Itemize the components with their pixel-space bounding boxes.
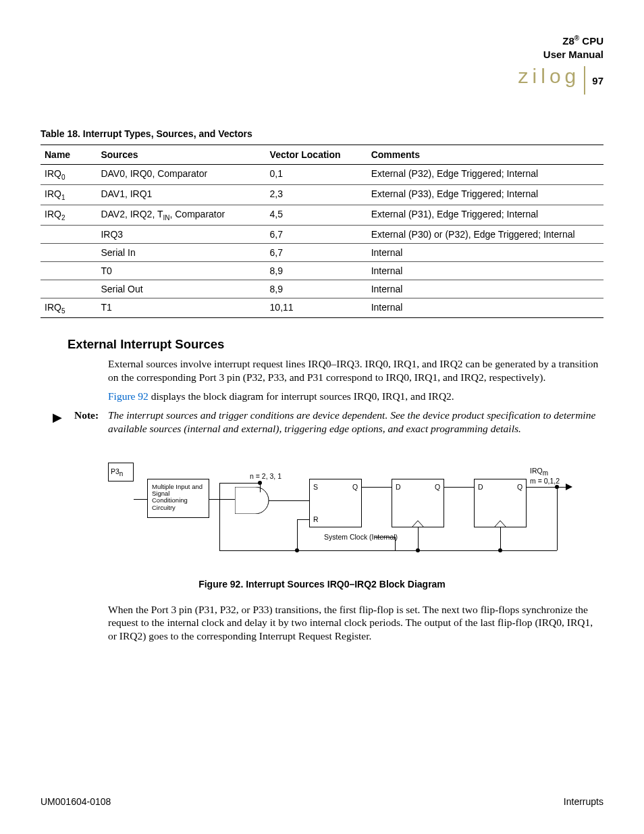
clock-input-icon [494,521,506,527]
title-line2: User Manual [543,49,603,60]
cell: Serial In [97,243,265,261]
col-sources: Sources [97,145,265,165]
n-label: n = 2, 3, 1 [250,472,281,480]
wire [557,487,558,550]
cell-sub: 5 [61,307,65,314]
wire [297,519,309,520]
wire [219,483,260,484]
wire [375,537,395,538]
clock-input-icon [412,521,424,527]
node-dot [416,548,420,552]
note-body: The interrupt sources and trigger condit… [108,409,603,436]
d-label: D [478,483,483,491]
q-label: Q [352,483,358,491]
cell: 8,9 [266,280,367,298]
cell: 10,11 [266,298,367,318]
cell: Internal [367,298,603,318]
cell: DAV2, IRQ2, TIN, Comparator [97,205,265,225]
cell: 6,7 [266,243,367,261]
wire [260,483,261,492]
cell: 2,3 [266,184,367,205]
table-row: IRQ0 DAV0, IRQ0, Comparator 0,1 External… [41,165,603,185]
footer-left: UM001604-0108 [41,796,111,807]
cell: External (P31), Edge Triggered; Internal [367,205,603,225]
cell: IRQ [45,168,61,179]
cell-sub: 0 [61,174,65,181]
wire [269,500,309,501]
table-caption: Table 18. Interrupt Types, Sources, and … [41,128,603,139]
table-row: IRQ1 DAV1, IRQ1 2,3 External (P33), Edge… [41,184,603,205]
cell: IRQ [45,302,61,313]
footer-right: Interrupts [564,796,603,807]
cell: External (P30) or (P32), Edge Triggered;… [367,225,603,243]
text-span: displays the block diagram for interrupt… [149,390,454,402]
cell: DAV1, IRQ1 [97,184,265,205]
cell: 8,9 [266,261,367,280]
cell: IRQ [45,209,61,219]
r-label: R [313,515,319,523]
paragraph: External sources involve interrupt reque… [108,357,603,384]
node-dot [295,548,299,552]
cell: External (P32), Edge Triggered; Internal [367,165,603,185]
table-row: IRQ5 T1 10,11 Internal [41,298,603,318]
interrupt-table: Name Sources Vector Location Comments IR… [41,145,603,318]
table-row: Serial In 6,7 Internal [41,243,603,261]
cell-sub: 2 [61,214,65,221]
cell-sub: 1 [61,194,65,201]
title-prefix: Z8 [562,35,574,47]
p3-label: P3 [111,467,119,475]
table-row: Serial Out 8,9 Internal [41,280,603,298]
col-name: Name [41,145,97,165]
section-heading: External Interrupt Sources [68,337,603,352]
cell-post: , Comparator [169,209,225,219]
node-dot [498,548,502,552]
paragraph: Figure 92 displays the block diagram for… [108,390,603,403]
table-row: IRQ2 DAV2, IRQ2, TIN, Comparator 4,5 Ext… [41,205,603,225]
wire [209,499,235,500]
cell: T1 [97,298,265,318]
figure-caption: Figure 92. Interrupt Sources IRQ0–IRQ2 B… [41,579,603,590]
cell-sub: IN [163,214,169,221]
page-footer: UM001604-0108 Interrupts [41,796,603,807]
p3-sub: n [119,470,124,477]
cell: Internal [367,280,603,298]
cell: 4,5 [266,205,367,225]
wire [500,527,501,550]
note-label: Note: [74,409,108,436]
wire [219,483,220,550]
logo-divider [584,66,585,95]
q-label: Q [517,483,522,491]
table-row: IRQ3 6,7 External (P30) or (P32), Edge T… [41,225,603,243]
doc-title: Z8® CPU User Manual [41,34,603,61]
wire [395,537,396,550]
col-vector: Vector Location [266,145,367,165]
note-block: ▶ Note: The interrupt sources and trigge… [41,409,603,436]
cell: IRQ3 [97,225,265,243]
arrow-icon [566,484,572,490]
wire [418,527,419,550]
wire [444,487,474,488]
wire [297,519,298,550]
cell: IRQ [45,188,61,199]
m-label: m = 0,1,2 [530,477,560,485]
title-suffix: CPU [579,35,603,47]
cell: Serial Out [97,280,265,298]
note-icon: ▶ [41,409,74,436]
cell: 0,1 [266,165,367,185]
cell: Internal [367,261,603,280]
wire [219,550,557,551]
irq-out-label: IRQm m = 0,1,2 [530,467,560,485]
d-label: D [396,483,401,491]
q-label: Q [435,483,440,491]
wire [362,487,392,488]
wire [527,487,567,488]
wire [134,499,147,500]
cell-pre: DAV2, IRQ2, T [101,209,163,219]
cell: External (P33), Edge Triggered; Internal [367,184,603,205]
figure-link[interactable]: Figure 92 [108,390,149,402]
cell: Internal [367,243,603,261]
conditioning-box: Multiple Input and Signal Conditioning C… [147,479,209,518]
cell: 6,7 [266,225,367,243]
s-label: S [313,483,318,491]
col-comments: Comments [367,145,603,165]
